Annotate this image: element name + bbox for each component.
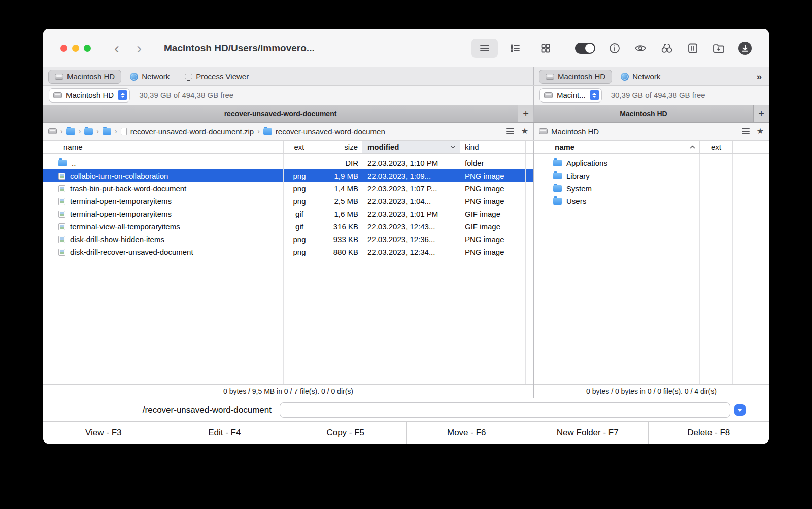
folder-row[interactable]: System bbox=[534, 182, 769, 195]
grid-view-icon bbox=[540, 43, 551, 54]
left-tab-macintosh-hd[interactable]: Macintosh HD bbox=[48, 70, 121, 84]
favorite-star-icon[interactable]: ★ bbox=[521, 127, 528, 135]
folder-icon[interactable] bbox=[66, 128, 75, 135]
dual-pane-toggle[interactable] bbox=[575, 43, 595, 54]
view-full-button[interactable] bbox=[471, 39, 498, 58]
screen: ‹ › Macintosh HD/Users/immovero... bbox=[0, 0, 812, 509]
folder-tab-row: recover-unsaved-word-document + Macintos… bbox=[43, 105, 769, 123]
quick-look-eye-button[interactable] bbox=[634, 43, 647, 54]
delete-f8-button[interactable]: Delete - F8 bbox=[649, 422, 769, 444]
column-header-name[interactable]: name bbox=[534, 141, 700, 153]
left-breadcrumb: › › › › recover-unsaved-word-document.zi… bbox=[43, 123, 533, 140]
right-file-list[interactable]: Applications Library System Users bbox=[534, 154, 769, 384]
move-f6-button[interactable]: Move - F6 bbox=[407, 422, 528, 444]
path-list-icon[interactable] bbox=[506, 128, 514, 134]
back-button[interactable]: ‹ bbox=[114, 41, 119, 56]
column-header-modified[interactable]: modified bbox=[362, 141, 460, 153]
file-row[interactable]: terminal-open-temporaryitems gif 1,6 MB … bbox=[43, 208, 533, 220]
view-thumbnails-button[interactable] bbox=[532, 39, 559, 58]
right-new-tab-button[interactable]: + bbox=[753, 105, 769, 122]
file-ext: png bbox=[284, 169, 315, 182]
file-modified: 22.03.2023, 1:01 PM bbox=[362, 208, 460, 220]
favorite-star-icon[interactable]: ★ bbox=[757, 127, 764, 135]
left-pane-tabs: Macintosh HD Network Process Viewer bbox=[43, 67, 533, 85]
file-size: DIR bbox=[315, 157, 362, 169]
edit-f4-button[interactable]: Edit - F4 bbox=[164, 422, 286, 444]
view-f3-button[interactable]: View - F3 bbox=[43, 422, 164, 444]
drive-icon bbox=[55, 74, 63, 80]
folder-name: Applications bbox=[566, 159, 607, 167]
info-button[interactable] bbox=[608, 42, 621, 54]
path-list-icon[interactable] bbox=[742, 128, 750, 134]
downloads-button[interactable] bbox=[738, 42, 752, 55]
file-panes: name ext size modified kind bbox=[43, 141, 769, 398]
right-tab-network[interactable]: Network bbox=[614, 70, 667, 84]
right-tab-macintosh-hd[interactable]: Macintosh HD bbox=[539, 70, 612, 84]
left-tab-process-viewer[interactable]: Process Viewer bbox=[178, 70, 255, 84]
folder-row[interactable]: Library bbox=[534, 169, 769, 182]
globe-icon bbox=[621, 73, 629, 81]
file-row[interactable]: terminal-open-temporaryitems png 2,5 MB … bbox=[43, 195, 533, 208]
zoom-button[interactable] bbox=[84, 45, 91, 52]
folder-icon[interactable] bbox=[263, 128, 272, 135]
folder-row[interactable]: Users bbox=[534, 195, 769, 208]
file-row[interactable]: disk-drill-recover-unsaved-document png … bbox=[43, 246, 533, 258]
file-row[interactable]: disk-drill-show-hidden-items png 933 KB … bbox=[43, 233, 533, 246]
titlebar: ‹ › Macintosh HD/Users/immovero... bbox=[43, 29, 769, 67]
left-new-tab-button[interactable]: + bbox=[518, 105, 533, 122]
left-status-bar: 0 bytes / 9,5 MB in 0 / 7 file(s). 0 / 0… bbox=[43, 384, 533, 398]
command-input[interactable] bbox=[280, 402, 730, 418]
drive-icon[interactable] bbox=[48, 128, 57, 134]
folder-icon[interactable] bbox=[103, 128, 111, 135]
file-row-parent[interactable]: .. DIR 22.03.2023, 1:10 PM folder bbox=[43, 157, 533, 169]
search-binoculars-button[interactable] bbox=[660, 42, 673, 54]
left-tab-network[interactable]: Network bbox=[123, 70, 176, 84]
close-button[interactable] bbox=[60, 45, 67, 52]
right-folder-tab[interactable]: Macintosh HD bbox=[534, 105, 753, 122]
file-kind: PNG image bbox=[460, 182, 526, 195]
drive-icon bbox=[53, 92, 62, 98]
minimize-button[interactable] bbox=[72, 45, 79, 52]
left-file-list[interactable]: .. DIR 22.03.2023, 1:10 PM folder collab… bbox=[43, 154, 533, 384]
zip-file-icon[interactable] bbox=[121, 128, 127, 135]
folder-icon[interactable] bbox=[84, 128, 93, 135]
image-file-icon bbox=[58, 223, 65, 230]
column-header-kind[interactable]: kind bbox=[460, 141, 526, 153]
file-modified: 22.03.2023, 1:09... bbox=[362, 169, 460, 182]
left-drive-select[interactable]: Macintosh HD bbox=[49, 88, 130, 103]
right-drive-select[interactable]: Macint... bbox=[539, 88, 602, 103]
new-folder-f7-button[interactable]: New Folder - F7 bbox=[527, 422, 649, 444]
file-ext: png bbox=[284, 246, 315, 258]
folder-icon bbox=[58, 160, 67, 166]
file-name: trash-bin-put-back-word-document bbox=[70, 184, 186, 193]
breadcrumb-drive-name[interactable]: Macintosh HD bbox=[551, 127, 599, 136]
column-header-size[interactable]: size bbox=[315, 141, 362, 153]
file-row-selected[interactable]: collabio-turn-on-collaboration png 1,9 M… bbox=[43, 169, 533, 182]
drive-icon bbox=[546, 74, 554, 80]
file-row[interactable]: terminal-view-all-temporaryitems gif 316… bbox=[43, 220, 533, 233]
folder-row[interactable]: Applications bbox=[534, 157, 769, 169]
left-drive-area: Macintosh HD 30,39 GB of 494,38 GB free bbox=[43, 86, 533, 105]
history-nav: ‹ › bbox=[114, 41, 142, 56]
forward-button[interactable]: › bbox=[137, 41, 142, 56]
network-folder-button[interactable] bbox=[712, 43, 725, 54]
right-status-text: 0 bytes / 0 bytes in 0 / 0 file(s). 0 / … bbox=[586, 387, 717, 395]
drive-icon[interactable] bbox=[539, 128, 548, 134]
file-size: 1,4 MB bbox=[315, 182, 362, 195]
file-name: terminal-open-temporaryitems bbox=[70, 197, 172, 206]
disk-usage-button[interactable] bbox=[687, 42, 699, 54]
function-key-bar: View - F3 Edit - F4 Copy - F5 Move - F6 … bbox=[43, 421, 769, 444]
column-header-ext[interactable]: ext bbox=[284, 141, 315, 153]
left-folder-tab[interactable]: recover-unsaved-word-document bbox=[43, 105, 518, 122]
column-header-ext[interactable]: ext bbox=[700, 141, 733, 153]
file-row[interactable]: trash-bin-put-back-word-document png 1,4… bbox=[43, 182, 533, 195]
tabs-overflow-button[interactable]: » bbox=[756, 71, 762, 82]
breadcrumb-zip-name[interactable]: recover-unsaved-word-document.zip bbox=[130, 127, 254, 136]
column-header-name[interactable]: name bbox=[43, 141, 284, 153]
copy-f5-button[interactable]: Copy - F5 bbox=[285, 422, 407, 444]
command-history-button[interactable] bbox=[734, 404, 746, 416]
breadcrumb-folder-name[interactable]: recover-unsaved-word-documen bbox=[276, 127, 385, 136]
current-path-label: /recover-unsaved-word-document bbox=[43, 405, 280, 415]
right-drive-free-space: 30,39 GB of 494,38 GB free bbox=[611, 91, 705, 99]
view-brief-button[interactable] bbox=[502, 39, 528, 58]
